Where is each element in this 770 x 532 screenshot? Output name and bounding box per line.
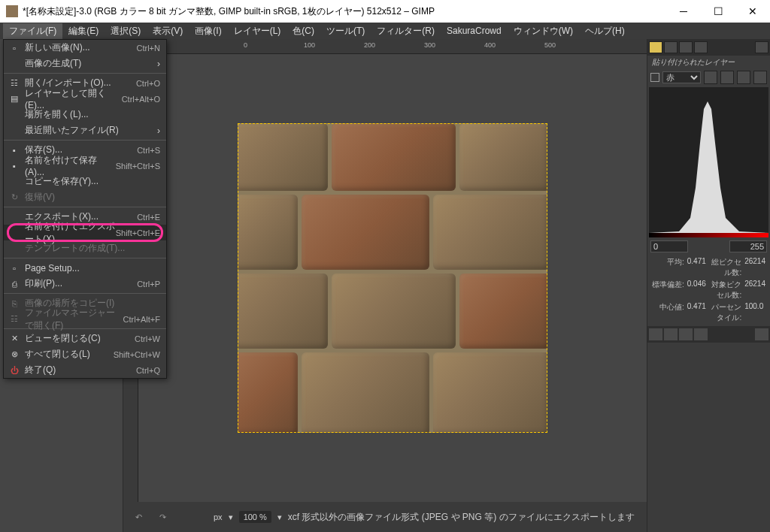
- right-panel: 貼り付けられたレイヤー 赤 平均:0.471 総ピクセル数:26214 標準偏差…: [647, 39, 770, 532]
- rp-tab-1[interactable]: [649, 41, 662, 53]
- quit-icon: ⏻: [8, 364, 20, 376]
- save-icon: ▪: [8, 144, 20, 156]
- channel-select[interactable]: 赤: [662, 71, 701, 83]
- revert-icon: ↻: [8, 192, 20, 204]
- fm-export-as[interactable]: 名前を付けてエクスポート(X)...Shift+Ctrl+E: [4, 225, 166, 240]
- histogram-stats: 平均:0.471 総ピクセル数:26214 標準偏差:0.046 対象ピクセル数…: [647, 254, 770, 326]
- fm-create[interactable]: 画像の生成(T)›: [4, 56, 166, 71]
- rp-btn-4[interactable]: [753, 71, 767, 84]
- rp-layer-caption: 貼り付けられたレイヤー: [647, 56, 770, 69]
- menu-view[interactable]: 表示(V): [147, 23, 189, 39]
- fm-open-as-layer[interactable]: ▤レイヤーとして開く(E)...Ctrl+Alt+O: [4, 91, 166, 107]
- page-icon: ▫: [8, 262, 20, 274]
- rp-lower-toolbar: [647, 326, 770, 343]
- rp-tab-4[interactable]: [694, 41, 708, 53]
- menu-tools[interactable]: ツール(T): [320, 23, 371, 39]
- rp-tab-strip: [647, 39, 770, 56]
- menu-separator: [4, 140, 166, 141]
- fm-save-copy[interactable]: コピーを保存(Y)...: [4, 174, 166, 189]
- rp-tab-2[interactable]: [664, 41, 678, 53]
- menu-color[interactable]: 色(C): [286, 23, 320, 39]
- viewport[interactable]: [138, 54, 647, 502]
- sb-unit: px: [214, 512, 223, 521]
- fm-print[interactable]: ⎙印刷(P)...Ctrl+P: [4, 276, 166, 292]
- app-icon: [6, 5, 18, 17]
- menu-separator: [4, 258, 166, 258]
- menu-select[interactable]: 選択(S): [105, 23, 147, 39]
- layer-icon: ▤: [8, 93, 20, 105]
- print-icon: ⎙: [8, 278, 20, 290]
- ruler-horizontal: 0 100 200 300 400 500: [138, 39, 647, 54]
- rp-tb-4[interactable]: [694, 328, 708, 340]
- fm-recent[interactable]: 最近開いたファイル(R)›: [4, 122, 166, 138]
- menu-file[interactable]: ファイル(F): [3, 23, 62, 39]
- color-swatch-icon: [650, 73, 659, 82]
- menu-separator: [4, 293, 166, 294]
- menu-separator: [4, 73, 166, 74]
- sb-redo-icon[interactable]: ↷: [153, 508, 171, 526]
- folder-icon: ☷: [8, 313, 20, 325]
- menu-help[interactable]: ヘルプ(H): [579, 23, 631, 39]
- histo-min-input[interactable]: [650, 240, 688, 252]
- fm-show-in-fm: ☷ファイルマネージャーで開く(F)Ctrl+Alt+F: [4, 311, 166, 327]
- sb-zoom[interactable]: 100 %: [239, 511, 271, 523]
- rp-btn-3[interactable]: [737, 71, 750, 84]
- sb-dropdown-icon[interactable]: ▾: [229, 512, 233, 522]
- fm-revert: ↻復帰(V): [4, 189, 166, 205]
- rp-btn-1[interactable]: [704, 71, 717, 84]
- rp-tb-2[interactable]: [664, 328, 678, 340]
- window-title: *[名称未設定]-3.0 (RGB カラー 8 bit ガンマ整数, GIMP …: [23, 5, 666, 18]
- rp-tab-menu-icon[interactable]: [755, 41, 768, 53]
- menu-edit[interactable]: 編集(E): [62, 23, 105, 39]
- fm-open-location[interactable]: 場所を開く(L)...: [4, 107, 166, 122]
- histogram-curve: [649, 98, 769, 233]
- fm-new[interactable]: ▫新しい画像(N)...Ctrl+N: [4, 40, 166, 56]
- chevron-right-icon: ›: [157, 59, 160, 69]
- fm-close-all[interactable]: ⊗すべて閉じる(L)Shift+Ctrl+W: [4, 346, 166, 362]
- new-icon: ▫: [8, 42, 20, 54]
- image-content: [238, 123, 547, 433]
- maximize-button[interactable]: ☐: [701, 0, 735, 23]
- histo-max-input[interactable]: [729, 240, 767, 252]
- statusbar: ↶ ↷ px ▾ 100 % ▾ xcf 形式以外の画像ファイル形式 (JPEG…: [123, 502, 647, 532]
- fm-save-as[interactable]: ▪名前を付けて保存(A)...Shift+Ctrl+S: [4, 158, 166, 174]
- sb-zoom-dropdown-icon[interactable]: ▾: [277, 512, 282, 522]
- rp-tb-3[interactable]: [679, 328, 693, 340]
- menu-filters[interactable]: フィルター(R): [371, 23, 441, 39]
- close-icon: ✕: [8, 333, 20, 345]
- minimize-button[interactable]: ─: [666, 0, 701, 23]
- fm-page-setup[interactable]: ▫Page Setup...: [4, 260, 166, 276]
- close-all-icon: ⊗: [8, 349, 20, 361]
- rp-tb-1[interactable]: [649, 328, 662, 340]
- save-as-icon: ▪: [8, 160, 20, 172]
- histogram: [649, 87, 768, 237]
- menu-separator: [4, 207, 166, 207]
- file-menu-dropdown: ▫新しい画像(N)...Ctrl+N 画像の生成(T)› ☷開く/インポート(O…: [3, 39, 167, 379]
- histogram-range: [647, 239, 770, 254]
- menubar: ファイル(F) 編集(E) 選択(S) 表示(V) 画像(I) レイヤー(L) …: [0, 23, 770, 39]
- canvas[interactable]: [238, 123, 547, 433]
- close-button[interactable]: ✕: [735, 0, 770, 23]
- canvas-area: 0 100 200 300 400 500: [123, 39, 647, 532]
- rp-tab-3[interactable]: [679, 41, 693, 53]
- titlebar: *[名称未設定]-3.0 (RGB カラー 8 bit ガンマ整数, GIMP …: [0, 0, 770, 23]
- menu-sakuracrowd[interactable]: SakuraCrowd: [441, 24, 508, 38]
- menu-image[interactable]: 画像(I): [189, 23, 227, 39]
- fm-quit[interactable]: ⏻終了(Q)Ctrl+Q: [4, 362, 166, 378]
- sb-undo-icon[interactable]: ↶: [129, 508, 147, 526]
- rp-btn-2[interactable]: [720, 71, 734, 84]
- folder-icon: ☷: [8, 77, 20, 89]
- chevron-right-icon: ›: [157, 125, 160, 136]
- menu-window[interactable]: ウィンドウ(W): [508, 23, 579, 39]
- sb-hint: xcf 形式以外の画像ファイル形式 (JPEG や PNG 等) のファイルにエ…: [288, 511, 641, 524]
- menu-layer[interactable]: レイヤー(L): [228, 23, 287, 39]
- window-controls: ─ ☐ ✕: [666, 0, 770, 23]
- copy-icon: ⎘: [8, 298, 20, 310]
- rp-tb-menu-icon[interactable]: [755, 328, 768, 340]
- histogram-gradient: [649, 233, 768, 237]
- fm-close-view[interactable]: ✕ビューを閉じる(C)Ctrl+W: [4, 331, 166, 346]
- rp-channel-row: 赤: [647, 69, 770, 86]
